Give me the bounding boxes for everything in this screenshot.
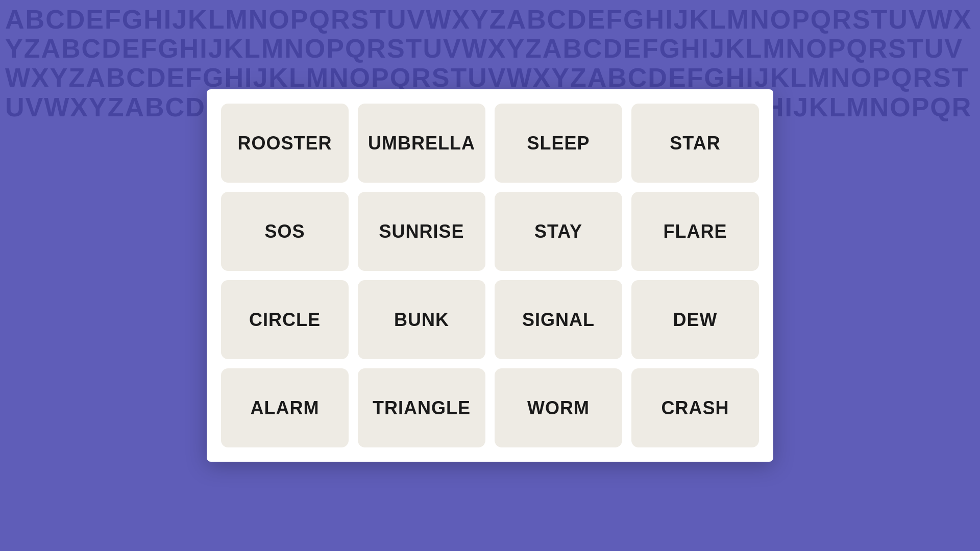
bg-letter: U: [924, 34, 945, 63]
bg-letter: S: [387, 34, 406, 63]
bg-letter: Z: [68, 63, 86, 92]
bg-letter: B: [527, 5, 547, 34]
bg-letter: A: [543, 34, 563, 63]
bg-letter: G: [659, 34, 681, 63]
word-label-star: STAR: [670, 133, 720, 154]
bg-letter: G: [203, 63, 224, 92]
bg-letter: M: [763, 34, 786, 63]
bg-letter: X: [70, 93, 89, 122]
bg-letter: D: [66, 5, 86, 34]
bg-letter: M: [846, 93, 869, 122]
bg-letter: Q: [891, 63, 913, 92]
bg-letter: Y: [5, 34, 24, 63]
bg-letter: X: [452, 5, 471, 34]
word-label-sunrise: SUNRISE: [379, 221, 464, 242]
bg-letter: Q: [345, 34, 366, 63]
bg-letter: U: [468, 63, 488, 92]
bg-letter: A: [587, 63, 608, 92]
bg-letter: L: [244, 34, 261, 63]
bg-letter: W: [5, 63, 31, 92]
bg-letter: J: [172, 5, 188, 34]
word-card-dew[interactable]: DEW: [631, 280, 759, 359]
word-card-bunk[interactable]: BUNK: [358, 280, 485, 359]
word-card-crash[interactable]: CRASH: [631, 368, 759, 447]
word-label-signal: SIGNAL: [522, 309, 595, 331]
bg-letter: F: [105, 5, 122, 34]
bg-letter: O: [350, 63, 371, 92]
bg-letter: E: [623, 34, 642, 63]
word-card-sos[interactable]: SOS: [221, 192, 349, 271]
bg-letter: E: [86, 5, 105, 34]
bg-letter: V: [26, 93, 44, 122]
bg-letter: H: [726, 63, 746, 92]
word-card-umbrella[interactable]: UMBRELLA: [358, 104, 485, 183]
word-label-flare: FLARE: [664, 221, 727, 242]
word-label-crash: CRASH: [661, 397, 729, 419]
bg-letter: I: [665, 5, 673, 34]
bg-letter: R: [411, 63, 432, 92]
bg-letter: B: [106, 63, 127, 92]
bg-letter: B: [145, 93, 165, 122]
bg-letter: O: [806, 34, 827, 63]
bg-letter: J: [754, 63, 770, 92]
bg-letter: Z: [24, 34, 41, 63]
word-card-sleep[interactable]: SLEEP: [495, 104, 622, 183]
bg-letter: C: [82, 34, 102, 63]
bg-letter: G: [158, 34, 179, 63]
bg-letter: H: [224, 63, 244, 92]
word-card-rooster[interactable]: ROOSTER: [221, 104, 349, 183]
word-card-stay[interactable]: STAY: [495, 192, 622, 271]
bg-letter: N: [249, 5, 269, 34]
word-card-sunrise[interactable]: SUNRISE: [358, 192, 485, 271]
bg-letter: N: [830, 63, 851, 92]
word-label-triangle: TRIANGLE: [373, 397, 471, 419]
bg-letter: V: [443, 34, 462, 63]
word-card-signal[interactable]: SIGNAL: [495, 280, 622, 359]
bg-letter: G: [122, 5, 143, 34]
bg-letter: R: [366, 34, 387, 63]
bg-letter: D: [185, 93, 206, 122]
bg-letter: R: [832, 5, 852, 34]
bg-letter: T: [871, 5, 889, 34]
word-label-dew: DEW: [673, 309, 718, 331]
bg-letter: T: [952, 63, 969, 92]
bg-letter: A: [506, 5, 527, 34]
bg-letter: P: [326, 34, 345, 63]
bg-letter: R: [913, 63, 934, 92]
bg-letter: O: [268, 5, 290, 34]
bg-letter: Y: [471, 5, 489, 34]
bg-letter: L: [208, 5, 226, 34]
bg-letter: O: [305, 34, 326, 63]
bg-letter: M: [807, 63, 830, 92]
word-card-flare[interactable]: FLARE: [631, 192, 759, 271]
bg-letter: M: [306, 63, 329, 92]
bg-letter: Y: [506, 34, 525, 63]
word-card-alarm[interactable]: ALARM: [221, 368, 349, 447]
bg-letter: X: [953, 5, 972, 34]
word-card-worm[interactable]: WORM: [495, 368, 622, 447]
bg-letter: N: [786, 34, 806, 63]
bg-letter: U: [387, 5, 407, 34]
bg-letter: L: [289, 63, 306, 92]
bg-letter: Q: [930, 93, 951, 122]
bg-letter: E: [587, 5, 606, 34]
word-label-circle: CIRCLE: [249, 309, 321, 331]
word-card-circle[interactable]: CIRCLE: [221, 280, 349, 359]
bg-letter: R: [331, 5, 351, 34]
word-label-rooster: ROOSTER: [237, 133, 332, 154]
bg-letter: A: [86, 63, 106, 92]
bg-letter: K: [268, 63, 289, 92]
bg-letter: Q: [390, 63, 411, 92]
bg-letter: F: [185, 63, 203, 92]
bg-letter: S: [888, 34, 907, 63]
bg-letter: L: [829, 93, 847, 122]
bg-letter: P: [290, 5, 309, 34]
bg-letter: B: [562, 34, 583, 63]
bg-letter: E: [668, 63, 687, 92]
word-card-triangle[interactable]: TRIANGLE: [358, 368, 485, 447]
bg-letter: E: [122, 34, 141, 63]
bg-letter: K: [224, 34, 244, 63]
bg-letter: C: [547, 5, 568, 34]
word-card-star[interactable]: STAR: [631, 104, 759, 183]
bg-letter: W: [506, 63, 532, 92]
